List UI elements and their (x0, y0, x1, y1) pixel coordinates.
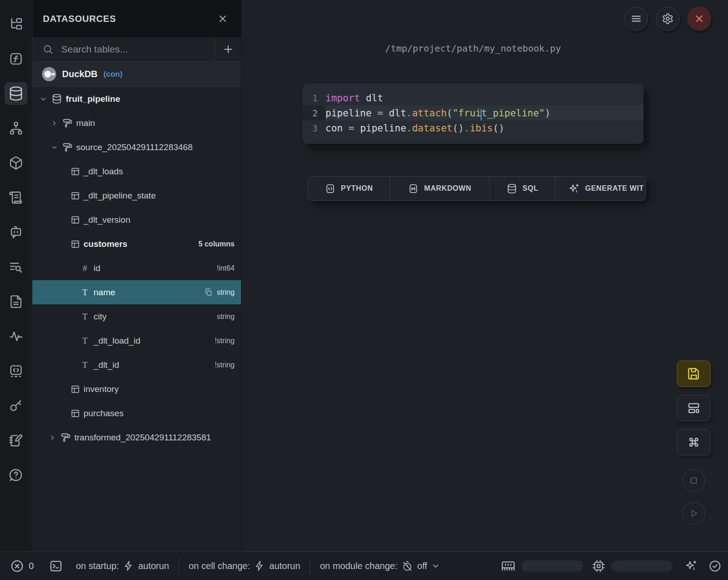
line-number: 2 (303, 105, 325, 120)
tree-row-column[interactable]: T _dlt_id !string (32, 353, 241, 377)
text-column-icon: T (80, 287, 90, 298)
runtime-activity-icon[interactable] (5, 325, 27, 348)
column-count: 5 columns (199, 240, 235, 248)
notebook-file-path: /tmp/project/path/my_notebook.py (303, 43, 644, 54)
add-python-cell-button[interactable]: PYTHON (308, 177, 390, 200)
run-button[interactable] (682, 502, 705, 525)
connection-status-icon[interactable] (708, 559, 722, 573)
zap-icon (123, 560, 134, 571)
secrets-key-icon[interactable] (5, 394, 27, 417)
help-icon[interactable] (5, 464, 27, 486)
ram-usage-meter (521, 560, 583, 572)
tree-row-column-selected[interactable]: T name string (32, 280, 241, 304)
column-type: !string (215, 337, 235, 345)
ram-icon (501, 559, 515, 573)
add-datasource-button[interactable] (215, 37, 241, 61)
text-column-icon: T (80, 336, 90, 346)
close-icon (693, 13, 705, 25)
gear-icon (662, 13, 674, 25)
logs-icon[interactable] (5, 186, 27, 209)
sparkles-icon[interactable] (685, 559, 697, 572)
tree-row-table[interactable]: inventory (32, 377, 241, 401)
tree-row-column[interactable]: T _dlt_load_id !string (32, 329, 241, 353)
add-markdown-cell-button[interactable]: MARKDOWN (390, 177, 490, 200)
schema-icon (63, 118, 73, 128)
code-line: 1 import dlt (303, 90, 644, 105)
tree-row-column[interactable]: # id !int64 (32, 256, 241, 280)
error-count: 0 (29, 561, 34, 571)
add-sql-cell-button[interactable]: SQL (490, 177, 555, 200)
menu-icon (630, 13, 642, 25)
panel-header: DATASOURCES (32, 0, 241, 37)
column-type: string (217, 313, 235, 321)
search-box[interactable] (32, 37, 215, 61)
terminal-icon[interactable] (49, 559, 63, 573)
on-module-change-setting[interactable]: on module change: off (320, 560, 440, 572)
tree-row-table-customers[interactable]: customers 5 columns (32, 232, 241, 256)
left-icon-rail (0, 0, 32, 551)
close-panel-icon[interactable] (216, 12, 229, 25)
stop-icon (688, 475, 699, 486)
save-button[interactable] (677, 361, 711, 387)
text-column-icon: T (80, 312, 90, 322)
tree-row-table[interactable]: _dlt_version (32, 208, 241, 232)
engine-name: DuckDB (62, 69, 98, 79)
cpu-usage-meter (611, 560, 673, 572)
dependencies-icon[interactable] (5, 117, 27, 140)
tree-row-schema[interactable]: source_202504291112283468 (32, 135, 241, 159)
code-line: 3 con = pipeline.dataset().ibis() (303, 120, 644, 136)
engine-connection-badge: (con) (104, 70, 123, 79)
settings-button[interactable] (656, 7, 680, 31)
divider (178, 558, 179, 574)
markdown-square-icon (408, 183, 419, 194)
functions-icon[interactable] (5, 47, 27, 70)
tree-row-schema[interactable]: main (32, 111, 241, 135)
search-tables-input[interactable] (61, 44, 189, 55)
search-logs-icon[interactable] (5, 256, 27, 278)
table-icon (71, 215, 80, 225)
datasources-panel: DATASOURCES DuckDB (con) fruit_pipeline (32, 0, 241, 551)
datasources-icon[interactable] (5, 82, 27, 105)
tree-row-database[interactable]: fruit_pipeline (32, 87, 241, 111)
on-startup-setting[interactable]: on startup: autorun (76, 560, 169, 571)
timer-off-icon (402, 560, 413, 572)
tree-row-table[interactable]: _dlt_pipeline_state (32, 183, 241, 208)
schema-icon (63, 142, 73, 152)
tree-row-column[interactable]: T city string (32, 304, 241, 329)
code-square-icon (325, 183, 335, 194)
tree-row-table[interactable]: purchases (32, 401, 241, 425)
database-icon (507, 183, 517, 194)
tree-row-table[interactable]: _dlt_loads (32, 159, 241, 183)
layout-icon (687, 401, 701, 415)
engine-row[interactable]: DuckDB (con) (32, 62, 241, 87)
ai-chat-bot-icon[interactable] (5, 221, 27, 244)
chevron-right-icon (50, 120, 59, 127)
column-type: string (217, 288, 235, 297)
scratchpad-icon[interactable] (5, 429, 27, 452)
line-number: 3 (303, 120, 325, 136)
keyboard-shortcuts-button[interactable] (677, 429, 711, 455)
generate-with-ai-button[interactable]: GENERATE WIT (555, 177, 645, 200)
packages-icon[interactable] (5, 152, 27, 174)
column-type: !int64 (217, 264, 235, 272)
file-tree-icon[interactable] (5, 13, 27, 36)
menu-button[interactable] (624, 7, 648, 31)
chevron-right-icon (48, 434, 57, 441)
code-cell[interactable]: 1 import dlt 2 pipeline = dlt.attach("fr… (303, 84, 644, 144)
search-row (32, 37, 241, 62)
on-cell-change-setting[interactable]: on cell change: autorun (189, 560, 300, 571)
code-line-active: 2 pipeline = dlt.attach("fruit_pipeline"… (303, 105, 644, 120)
copy-icon[interactable] (204, 288, 213, 297)
tree-row-schema[interactable]: transformed_202504291112283581 (32, 425, 241, 449)
code-cell-icon[interactable] (5, 360, 27, 382)
layout-toggle-button[interactable] (677, 395, 711, 421)
snippets-icon[interactable] (5, 290, 27, 313)
shutdown-button[interactable] (687, 7, 711, 31)
errors-icon[interactable] (10, 559, 24, 573)
stop-button[interactable] (682, 469, 705, 492)
divider (310, 558, 310, 574)
chevron-down-icon (50, 144, 59, 151)
schema-icon (61, 433, 71, 443)
sparkles-icon (568, 183, 580, 194)
chevron-down-icon (431, 562, 440, 570)
